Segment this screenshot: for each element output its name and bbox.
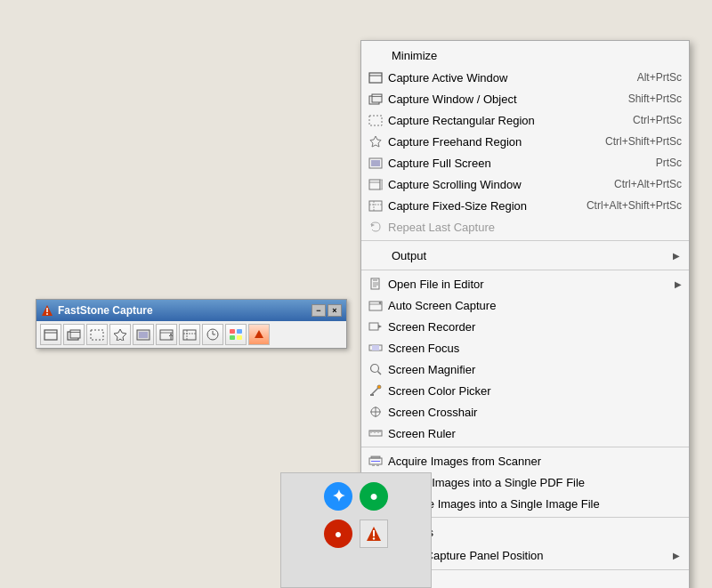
crosshair-icon: [367, 405, 384, 419]
toolbar-body: [36, 321, 346, 348]
svg-rect-3: [44, 330, 57, 340]
menu-item-crosshair[interactable]: Screen Crosshair: [361, 401, 689, 423]
menu-item-capture-freehand[interactable]: Capture Freehand Region Ctrl+Shift+PrtSc: [361, 131, 689, 152]
separator-3: [361, 447, 689, 447]
svg-rect-75: [376, 464, 379, 466]
capture-scrolling-shortcut: Ctrl+Alt+PrtSc: [614, 178, 682, 190]
svg-rect-17: [183, 330, 196, 340]
crosshair-label: Screen Crosshair: [388, 406, 682, 419]
btn-more[interactable]: [248, 324, 270, 345]
auto-capture-label: Auto Screen Capture: [388, 299, 682, 312]
capture-active-label: Capture Active Window: [388, 71, 619, 85]
app-icon: [41, 304, 53, 317]
svg-rect-60: [370, 394, 374, 396]
svg-rect-26: [237, 335, 242, 340]
bluetooth-icon: ✦: [324, 482, 352, 511]
btn-capture-scrolling[interactable]: [156, 324, 177, 345]
menu-item-capture-full[interactable]: Capture Full Screen PrtSc: [361, 152, 689, 173]
svg-rect-40: [369, 201, 382, 211]
svg-marker-34: [370, 136, 381, 147]
btn-capture-rect[interactable]: [86, 324, 108, 345]
capture-freehand-label: Capture Freehand Region: [388, 135, 587, 149]
screen-magnifier-label: Screen Magnifier: [388, 363, 682, 376]
color-picker-label: Screen Color Picker: [388, 384, 682, 398]
svg-rect-45: [373, 278, 377, 281]
menu-item-open-editor[interactable]: Open File in Editor ▶: [361, 273, 689, 294]
screen-focus-icon: [367, 341, 384, 355]
minimize-icon: [370, 48, 388, 62]
repeat-icon: [367, 220, 384, 234]
svg-rect-24: [237, 329, 242, 334]
taskbar-area: ✦ ● ●: [280, 472, 432, 588]
menu-item-capture-window[interactable]: Capture Window / Object Shift+PrtSc: [361, 88, 689, 109]
svg-rect-28: [369, 73, 382, 83]
capture-full-icon: [367, 156, 384, 170]
svg-rect-39: [380, 180, 383, 189]
repeat-label: Repeat Last Capture: [388, 221, 682, 234]
toolbar-titlebar: FastStone Capture − ×: [36, 300, 346, 321]
tray-icons-2: ●: [324, 520, 388, 548]
red-icon: ●: [324, 520, 352, 548]
btn-timer[interactable]: [202, 324, 223, 345]
color-picker-icon: [367, 383, 384, 398]
menu-item-scanner[interactable]: Acquire Images from Scanner: [361, 450, 689, 471]
menu-item-screen-magnifier[interactable]: Screen Magnifier: [361, 358, 689, 380]
separator-1: [361, 240, 689, 241]
menu-item-capture-active[interactable]: Capture Active Window Alt+PrtSc: [361, 67, 689, 88]
capture-rect-icon: [367, 113, 384, 127]
menu-item-capture-rect[interactable]: Capture Rectangular Region Ctrl+PrtSc: [361, 109, 689, 131]
capture-rect-shortcut: Ctrl+PrtSc: [633, 114, 682, 126]
menu-item-repeat: Repeat Last Capture: [361, 216, 689, 238]
svg-rect-11: [139, 332, 148, 338]
svg-marker-27: [255, 330, 263, 338]
convert-pdf-label: Convert Images into a Single PDF File: [388, 476, 682, 489]
menu-item-capture-fixed[interactable]: Capture Fixed-Size Region Ctrl+Alt+Shift…: [361, 195, 689, 216]
capture-full-label: Capture Full Screen: [388, 157, 638, 170]
btn-capture-freehand[interactable]: [109, 324, 131, 345]
minimize-label: Minimize: [392, 49, 680, 62]
capture-window-shortcut: Shift+PrtSc: [628, 93, 682, 105]
svg-rect-36: [371, 160, 380, 166]
btn-capture-window[interactable]: [63, 324, 85, 345]
btn-palette[interactable]: [225, 324, 247, 345]
auto-capture-icon: [367, 298, 384, 312]
capture-window-icon: [367, 92, 384, 106]
capture-freehand-icon: [367, 134, 384, 149]
menu-item-output[interactable]: Output ▶: [361, 244, 689, 267]
svg-point-2: [46, 313, 48, 315]
btn-capture-fullscreen[interactable]: [133, 324, 154, 345]
minimize-button[interactable]: −: [312, 304, 326, 317]
menu-item-ruler[interactable]: Screen Ruler: [361, 423, 689, 444]
tray-icons: ✦ ●: [324, 482, 388, 511]
screen-magnifier-icon: [367, 362, 384, 376]
capture-window-label: Capture Window / Object: [388, 93, 611, 106]
capture-scrolling-icon: [367, 177, 384, 191]
ruler-icon: [367, 426, 384, 440]
btn-capture-active[interactable]: [40, 324, 61, 345]
menu-item-capture-scrolling[interactable]: Capture Scrolling Window Ctrl+Alt+PrtSc: [361, 173, 689, 195]
svg-line-57: [378, 372, 382, 375]
open-editor-icon: [367, 277, 384, 291]
screen-recorder-label: Screen Recorder: [388, 320, 682, 334]
capture-fixed-icon: [367, 198, 384, 213]
svg-marker-43: [371, 223, 375, 227]
menu-item-screen-recorder[interactable]: Screen Recorder: [361, 316, 689, 337]
capture-fixed-label: Capture Fixed-Size Region: [388, 199, 569, 213]
menu-item-minimize[interactable]: Minimize: [361, 44, 689, 67]
scanner-label: Acquire Images from Scanner: [388, 455, 682, 468]
menu-item-color-picker[interactable]: Screen Color Picker: [361, 380, 689, 401]
menu-item-auto-capture[interactable]: Auto Screen Capture: [361, 294, 689, 316]
combine-image-label: Combine Images into a Single Image File: [388, 497, 682, 511]
open-editor-arrow: ▶: [675, 279, 682, 289]
screen-recorder-icon: [367, 319, 384, 334]
screen-focus-label: Screen Focus: [388, 342, 682, 355]
reset-arrow: ▶: [673, 551, 680, 560]
svg-point-56: [371, 365, 379, 373]
close-button[interactable]: ×: [328, 304, 342, 317]
btn-capture-fixed[interactable]: [179, 324, 200, 345]
capture-active-icon: [367, 70, 384, 85]
capture-fixed-shortcut: Ctrl+Alt+Shift+PrtSc: [587, 199, 682, 212]
output-label: Output: [392, 249, 668, 262]
svg-rect-23: [230, 329, 235, 334]
menu-item-screen-focus[interactable]: Screen Focus: [361, 337, 689, 358]
